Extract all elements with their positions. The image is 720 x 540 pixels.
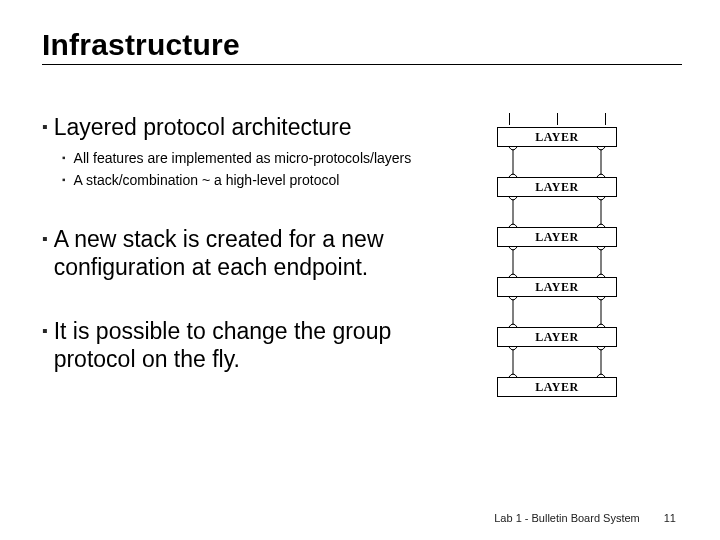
bullet-list: ▪ Layered protocol architecture ▪ All fe… — [42, 113, 462, 373]
footer-label: Lab 1 - Bulletin Board System — [494, 512, 640, 524]
list-item: ▪ It is possible to change the group pro… — [42, 317, 462, 373]
slide: Infrastructure ▪ Layered protocol archit… — [0, 0, 720, 540]
layer-box: LAYER — [497, 327, 617, 347]
bullet-icon: ▪ — [62, 171, 66, 189]
slide-footer: Lab 1 - Bulletin Board System 11 — [494, 512, 676, 524]
layer-connector — [507, 297, 607, 327]
slide-title: Infrastructure — [42, 28, 678, 62]
layer-box: LAYER — [497, 127, 617, 147]
layer-box: LAYER — [497, 277, 617, 297]
layer-connector — [507, 247, 607, 277]
list-item: ▪ All features are implemented as micro-… — [62, 149, 462, 167]
diagram-top-ticks — [487, 113, 627, 127]
title-underline — [42, 64, 682, 65]
bullet-icon: ▪ — [42, 113, 48, 141]
bullet-text: It is possible to change the group proto… — [54, 317, 462, 373]
page-number: 11 — [664, 512, 676, 524]
layer-box: LAYER — [497, 227, 617, 247]
bullet-text: All features are implemented as micro-pr… — [74, 149, 412, 167]
layer-box: LAYER — [497, 177, 617, 197]
layer-connector — [507, 197, 607, 227]
content: ▪ Layered protocol architecture ▪ All fe… — [42, 113, 678, 409]
bullet-text: Layered protocol architecture — [54, 113, 352, 141]
list-item: ▪ Layered protocol architecture ▪ All fe… — [42, 113, 462, 189]
bullet-text: A stack/combination ~ a high-level proto… — [74, 171, 340, 189]
bullet-text: A new stack is created for a new configu… — [54, 225, 462, 281]
list-item: ▪ A stack/combination ~ a high-level pro… — [62, 171, 462, 189]
bullet-icon: ▪ — [42, 225, 48, 253]
text-column: ▪ Layered protocol architecture ▪ All fe… — [42, 113, 472, 409]
layer-connector — [507, 347, 607, 377]
layer-connector — [507, 147, 607, 177]
bullet-icon: ▪ — [42, 317, 48, 345]
list-item: ▪ A new stack is created for a new confi… — [42, 225, 462, 281]
layer-diagram: LAYERLAYERLAYERLAYERLAYERLAYER — [472, 113, 642, 409]
layer-box: LAYER — [497, 377, 617, 397]
bullet-icon: ▪ — [62, 149, 66, 167]
